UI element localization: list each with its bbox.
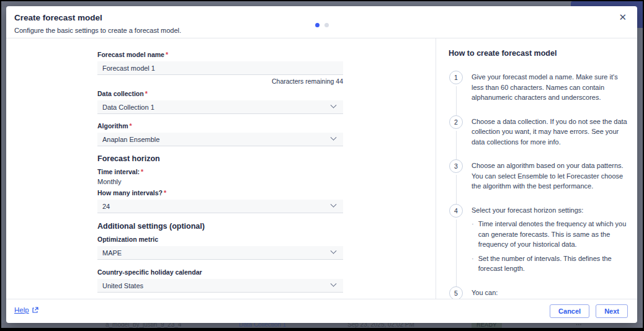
help-panel: How to create forecast model 1Give your …: [436, 38, 637, 299]
status-badge: READY: [472, 323, 502, 328]
step-description: Choose a data collection. If you do not …: [472, 117, 627, 148]
step-text: Select your forecast horizon settings:·T…: [472, 204, 627, 286]
chevron-down-icon: [331, 248, 337, 254]
dialog-subtitle: Configure the basic settings to create a…: [14, 27, 181, 34]
background-model-name: a_model_by_justin_9_23_4: [105, 323, 181, 328]
cancel-button[interactable]: Cancel: [550, 304, 589, 318]
holiday-calendar-select[interactable]: United States: [97, 279, 343, 293]
bullet-text: Set the number of intervals. This define…: [478, 254, 627, 274]
chevron-down-icon: [331, 201, 337, 208]
required-asterisk: *: [164, 189, 166, 196]
step-rail: 5: [449, 286, 463, 299]
step-rail: 3: [449, 159, 463, 204]
required-asterisk: *: [145, 90, 148, 97]
pagination-dot-active[interactable]: [315, 23, 320, 27]
step-rail: 4: [449, 204, 463, 286]
step-description: Give your forecast model a name. Make su…: [472, 72, 627, 103]
characters-remaining-counter: Characters remaining 44: [97, 77, 343, 85]
next-button[interactable]: Next: [596, 304, 628, 318]
required-asterisk: *: [130, 122, 132, 130]
required-asterisk: *: [141, 168, 143, 175]
holiday-calendar-label: Country-specific holiday calendar: [97, 268, 343, 276]
additional-settings-heading: Additional settings (optional): [97, 222, 343, 231]
pagination-dot-inactive[interactable]: [324, 23, 329, 27]
chevron-down-icon: [331, 135, 337, 141]
forecast-model-form: Forecast model name* Characters remainin…: [97, 51, 343, 293]
background-collection-link: Data Collection 1: [239, 323, 286, 328]
step-bullet: ·Time interval denotes the frequency at …: [472, 219, 627, 250]
name-field-label: Forecast model name*: [97, 51, 343, 58]
step-text: Choose an algorithm based on your data p…: [472, 159, 627, 204]
help-step: 1Give your forecast model a name. Make s…: [449, 71, 627, 115]
data-collection-select[interactable]: Data Collection 1: [97, 100, 343, 114]
help-step: 4Select your forecast horizon settings:·…: [449, 204, 627, 286]
row-menu-icon: ⋯: [576, 323, 583, 328]
step-description: You can:: [472, 288, 627, 298]
background-table-row: a_model_by_justin_9_23_4 Data Collection…: [1, 323, 643, 328]
step-text: Give your forecast model a name. Make su…: [472, 71, 627, 115]
bullet-marker: ·: [472, 254, 474, 274]
dialog-footer: Help Cancel Next: [6, 299, 637, 323]
help-step: 2Choose a data collection. If you do not…: [449, 115, 627, 160]
dialog-title: Create forecast model: [14, 13, 102, 22]
help-link[interactable]: Help: [14, 306, 38, 314]
step-number-badge: 4: [449, 204, 463, 218]
intervals-select[interactable]: 24: [97, 200, 343, 213]
chevron-down-icon: [331, 102, 337, 108]
external-link-icon: [32, 307, 38, 314]
help-step: 3Choose an algorithm based on your data …: [449, 159, 627, 204]
create-forecast-model-dialog: Create forecast model Configure the basi…: [6, 6, 637, 323]
step-number-badge: 2: [449, 115, 463, 129]
step-number-badge: 3: [449, 159, 463, 173]
step-text: Choose a data collection. If you do not …: [472, 115, 627, 160]
help-steps-list: 1Give your forecast model a name. Make s…: [449, 71, 627, 299]
step-bullet: ·Set the number of intervals. This defin…: [472, 254, 627, 274]
close-icon[interactable]: ✕: [619, 12, 627, 23]
optimization-metric-select[interactable]: MAPE: [97, 246, 343, 260]
background-date: Sep 23, 2025, 02:02 PM: [347, 323, 414, 328]
help-panel-heading: How to create forecast model: [449, 49, 627, 58]
algorithm-label: Algorithm*: [97, 122, 343, 130]
form-column: Forecast model name* Characters remainin…: [6, 38, 436, 299]
bullet-text: Time interval denotes the frequency at w…: [478, 219, 627, 250]
model-name-input[interactable]: [97, 61, 343, 75]
required-asterisk: *: [166, 51, 168, 58]
optimization-metric-label: Optimization metric: [97, 236, 343, 243]
bullet-marker: ·: [472, 219, 474, 250]
dialog-header: Create forecast model Configure the basi…: [6, 6, 637, 38]
help-step: 5You can:·Select an optimization metric.…: [449, 286, 627, 299]
step-rail: 2: [449, 115, 463, 160]
step-description: Choose an algorithm based on your data p…: [472, 161, 627, 192]
footer-buttons: Cancel Next: [550, 304, 628, 318]
step-description: Select your forecast horizon settings:: [472, 205, 627, 216]
dimmed-page-overlay: a_model_by_justin_9_23_4 Data Collection…: [1, 1, 643, 328]
step-rail: 1: [449, 71, 463, 115]
chevron-down-icon: [331, 281, 337, 287]
step-number-badge: 5: [449, 286, 463, 299]
time-interval-value: Monthly: [97, 178, 343, 185]
time-interval-label: Time interval:*: [97, 168, 343, 175]
step-text: You can:·Select an optimization metric. …: [472, 286, 627, 299]
data-collection-label: Data collection*: [97, 90, 343, 97]
intervals-label: How many intervals?*: [97, 189, 343, 196]
step-number-badge: 1: [449, 71, 463, 84]
help-link-label: Help: [14, 306, 29, 314]
forecast-horizon-heading: Forecast horizon: [97, 154, 343, 163]
dialog-body: Forecast model name* Characters remainin…: [6, 38, 637, 299]
step-pagination: [6, 23, 637, 27]
algorithm-select[interactable]: Anaplan Ensemble: [97, 133, 343, 146]
